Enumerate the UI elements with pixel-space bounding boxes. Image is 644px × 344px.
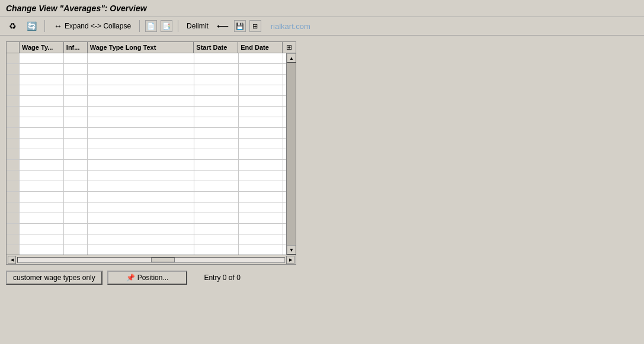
row-cell[interactable] (20, 139, 64, 149)
row-cell[interactable] (64, 160, 88, 170)
row-cell[interactable] (20, 85, 64, 95)
row-select-cell[interactable] (7, 107, 20, 117)
row-cell[interactable] (194, 117, 239, 127)
table-row[interactable] (7, 107, 296, 117)
row-cell[interactable] (88, 139, 194, 149)
row-select-cell[interactable] (7, 245, 20, 255)
row-select-cell[interactable] (7, 85, 20, 95)
row-cell[interactable] (88, 107, 194, 117)
row-cell[interactable] (20, 234, 64, 245)
row-select-cell[interactable] (7, 181, 20, 191)
row-select-cell[interactable] (7, 213, 20, 223)
row-select-cell[interactable] (7, 192, 20, 202)
row-cell[interactable] (194, 75, 239, 85)
row-cell[interactable] (239, 75, 283, 85)
row-cell[interactable] (194, 64, 239, 74)
expand-collapse-button[interactable]: ↔ Expand <-> Collapse (50, 20, 134, 33)
back-button[interactable]: ⟵ (215, 20, 230, 33)
row-cell[interactable] (20, 202, 64, 213)
row-cell[interactable] (88, 181, 194, 191)
row-cell[interactable] (64, 213, 88, 223)
row-cell[interactable] (64, 234, 88, 245)
row-cell[interactable] (64, 181, 88, 191)
row-cell[interactable] (20, 213, 64, 223)
row-select-cell[interactable] (7, 53, 20, 63)
row-cell[interactable] (20, 128, 64, 138)
table-row[interactable] (7, 75, 296, 85)
row-select-cell[interactable] (7, 75, 20, 85)
table-row[interactable] (7, 171, 296, 181)
table-row[interactable] (7, 160, 296, 171)
row-cell[interactable] (64, 202, 88, 213)
row-cell[interactable] (20, 64, 64, 74)
row-cell[interactable] (64, 192, 88, 202)
table-row[interactable] (7, 181, 296, 192)
row-cell[interactable] (20, 107, 64, 117)
row-cell[interactable] (88, 192, 194, 202)
table-row[interactable] (7, 192, 296, 202)
copy-button[interactable]: 📑 (161, 20, 172, 32)
row-cell[interactable] (64, 224, 88, 234)
row-cell[interactable] (194, 107, 239, 117)
scroll-left-button[interactable]: ◀ (8, 256, 16, 264)
scroll-right-button[interactable]: ▶ (286, 256, 294, 264)
row-cell[interactable] (194, 234, 239, 245)
row-cell[interactable] (20, 171, 64, 181)
save-button[interactable]: 💾 (234, 20, 246, 32)
row-select-cell[interactable] (7, 128, 20, 138)
table-row[interactable] (7, 202, 296, 213)
row-cell[interactable] (194, 202, 239, 213)
row-select-cell[interactable] (7, 160, 20, 170)
row-cell[interactable] (88, 96, 194, 106)
row-cell[interactable] (64, 107, 88, 117)
row-cell[interactable] (88, 224, 194, 234)
row-cell[interactable] (88, 117, 194, 127)
row-cell[interactable] (194, 213, 239, 223)
table-row[interactable] (7, 64, 296, 75)
row-cell[interactable] (239, 85, 283, 95)
row-cell[interactable] (88, 75, 194, 85)
row-cell[interactable] (88, 149, 194, 159)
row-cell[interactable] (239, 117, 283, 127)
table-row[interactable] (7, 85, 296, 96)
row-cell[interactable] (194, 139, 239, 149)
customer-wage-types-button[interactable]: customer wage types only (6, 271, 102, 285)
row-cell[interactable] (64, 85, 88, 95)
row-cell[interactable] (20, 160, 64, 170)
row-cell[interactable] (239, 160, 283, 170)
position-button[interactable]: 📌 Position... (107, 271, 188, 285)
table-row[interactable] (7, 234, 296, 245)
row-select-cell[interactable] (7, 64, 20, 74)
table-row[interactable] (7, 117, 296, 128)
row-cell[interactable] (194, 128, 239, 138)
table-row[interactable] (7, 139, 296, 149)
row-cell[interactable] (239, 53, 283, 63)
row-cell[interactable] (88, 171, 194, 181)
row-cell[interactable] (64, 75, 88, 85)
row-cell[interactable] (88, 234, 194, 245)
row-cell[interactable] (20, 96, 64, 106)
row-cell[interactable] (88, 213, 194, 223)
table-row[interactable] (7, 128, 296, 139)
row-cell[interactable] (239, 96, 283, 106)
row-cell[interactable] (239, 128, 283, 138)
row-cell[interactable] (64, 64, 88, 74)
row-cell[interactable] (194, 53, 239, 63)
grid-button[interactable]: ⊞ (249, 20, 261, 32)
row-cell[interactable] (20, 75, 64, 85)
scroll-down-button[interactable]: ▼ (287, 245, 296, 255)
row-cell[interactable] (239, 213, 283, 223)
row-cell[interactable] (239, 171, 283, 181)
row-cell[interactable] (194, 171, 239, 181)
row-cell[interactable] (239, 234, 283, 245)
row-cell[interactable] (20, 224, 64, 234)
row-cell[interactable] (194, 149, 239, 159)
table-row[interactable] (7, 224, 296, 234)
row-cell[interactable] (88, 160, 194, 170)
row-select-cell[interactable] (7, 149, 20, 159)
row-cell[interactable] (239, 181, 283, 191)
row-cell[interactable] (88, 53, 194, 63)
row-cell[interactable] (239, 64, 283, 74)
row-select-cell[interactable] (7, 139, 20, 149)
vertical-scrollbar[interactable]: ▲ ▼ (286, 53, 296, 255)
